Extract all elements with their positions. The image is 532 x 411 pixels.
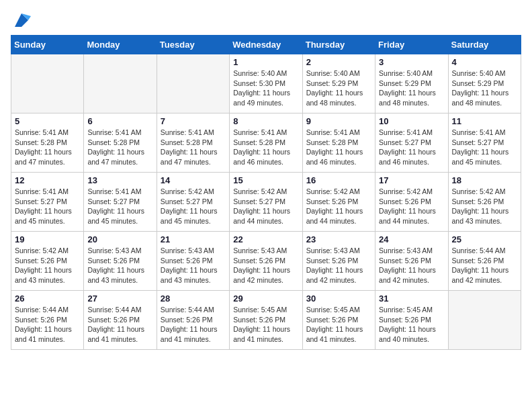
day-number: 10 [379, 116, 444, 126]
cell-info: Sunrise: 5:40 AMSunset: 5:29 PMDaylight:… [452, 68, 517, 108]
day-number: 24 [379, 234, 444, 244]
day-number: 23 [306, 234, 371, 244]
calendar-cell: 17Sunrise: 5:42 AMSunset: 5:26 PMDayligh… [375, 173, 448, 232]
calendar-cell: 3Sunrise: 5:40 AMSunset: 5:29 PMDaylight… [375, 54, 448, 113]
cell-info: Sunrise: 5:43 AMSunset: 5:26 PMDaylight:… [306, 246, 371, 285]
cell-info: Sunrise: 5:40 AMSunset: 5:29 PMDaylight:… [379, 68, 444, 108]
calendar-cell: 18Sunrise: 5:42 AMSunset: 5:26 PMDayligh… [448, 173, 521, 232]
calendar-cell: 26Sunrise: 5:44 AMSunset: 5:26 PMDayligh… [11, 291, 84, 350]
day-number: 17 [379, 175, 444, 185]
day-number: 1 [233, 57, 298, 67]
calendar-cell [157, 54, 229, 113]
calendar-cell [448, 291, 521, 350]
cell-info: Sunrise: 5:41 AMSunset: 5:28 PMDaylight:… [161, 128, 226, 167]
day-number: 21 [161, 234, 226, 244]
calendar-cell: 30Sunrise: 5:45 AMSunset: 5:26 PMDayligh… [302, 291, 375, 350]
day-number: 6 [87, 116, 152, 126]
cell-info: Sunrise: 5:44 AMSunset: 5:26 PMDaylight:… [87, 305, 152, 345]
calendar-cell: 16Sunrise: 5:42 AMSunset: 5:26 PMDayligh… [302, 173, 375, 232]
calendar-cell: 15Sunrise: 5:42 AMSunset: 5:27 PMDayligh… [230, 173, 302, 232]
calendar-cell: 12Sunrise: 5:41 AMSunset: 5:27 PMDayligh… [11, 173, 84, 232]
calendar-cell: 7Sunrise: 5:41 AMSunset: 5:28 PMDaylight… [157, 113, 229, 173]
day-number: 26 [15, 293, 80, 304]
page-header [11, 11, 521, 30]
calendar-week-row: 12Sunrise: 5:41 AMSunset: 5:27 PMDayligh… [11, 173, 521, 232]
day-number: 2 [306, 57, 371, 67]
cell-info: Sunrise: 5:41 AMSunset: 5:27 PMDaylight:… [87, 187, 152, 226]
cell-info: Sunrise: 5:43 AMSunset: 5:26 PMDaylight:… [233, 246, 298, 285]
day-header-monday: Monday [84, 36, 157, 54]
day-number: 13 [87, 175, 152, 185]
cell-info: Sunrise: 5:40 AMSunset: 5:29 PMDaylight:… [306, 68, 371, 108]
day-header-sunday: Sunday [11, 36, 84, 54]
calendar-week-row: 19Sunrise: 5:42 AMSunset: 5:26 PMDayligh… [11, 232, 521, 291]
calendar-cell [84, 54, 157, 113]
calendar-cell: 2Sunrise: 5:40 AMSunset: 5:29 PMDaylight… [302, 54, 375, 113]
cell-info: Sunrise: 5:43 AMSunset: 5:26 PMDaylight:… [379, 246, 444, 285]
day-header-wednesday: Wednesday [230, 36, 302, 54]
cell-info: Sunrise: 5:45 AMSunset: 5:26 PMDaylight:… [379, 305, 444, 345]
day-number: 22 [233, 234, 298, 244]
cell-info: Sunrise: 5:42 AMSunset: 5:26 PMDaylight:… [15, 246, 80, 285]
day-number: 29 [233, 293, 298, 304]
calendar-cell: 21Sunrise: 5:43 AMSunset: 5:26 PMDayligh… [157, 232, 229, 291]
cell-info: Sunrise: 5:41 AMSunset: 5:27 PMDaylight:… [379, 128, 444, 167]
calendar-cell: 28Sunrise: 5:44 AMSunset: 5:26 PMDayligh… [157, 291, 229, 350]
day-number: 30 [306, 293, 371, 304]
cell-info: Sunrise: 5:41 AMSunset: 5:28 PMDaylight:… [233, 128, 298, 167]
day-number: 27 [87, 293, 152, 304]
cell-info: Sunrise: 5:41 AMSunset: 5:28 PMDaylight:… [15, 128, 80, 167]
day-number: 28 [161, 293, 226, 304]
calendar-cell: 22Sunrise: 5:43 AMSunset: 5:26 PMDayligh… [230, 232, 302, 291]
cell-info: Sunrise: 5:44 AMSunset: 5:26 PMDaylight:… [15, 305, 80, 345]
day-number: 4 [452, 57, 517, 67]
calendar-header-row: SundayMondayTuesdayWednesdayThursdayFrid… [11, 36, 521, 54]
calendar-cell: 20Sunrise: 5:43 AMSunset: 5:26 PMDayligh… [84, 232, 157, 291]
calendar-cell: 14Sunrise: 5:42 AMSunset: 5:27 PMDayligh… [157, 173, 229, 232]
cell-info: Sunrise: 5:41 AMSunset: 5:27 PMDaylight:… [15, 187, 80, 226]
day-header-saturday: Saturday [448, 36, 521, 54]
calendar-cell: 31Sunrise: 5:45 AMSunset: 5:26 PMDayligh… [375, 291, 448, 350]
calendar-cell: 9Sunrise: 5:41 AMSunset: 5:28 PMDaylight… [302, 113, 375, 173]
day-number: 19 [15, 234, 80, 244]
calendar-cell [11, 54, 84, 113]
day-number: 20 [87, 234, 152, 244]
logo [11, 11, 31, 30]
day-number: 18 [452, 175, 517, 185]
calendar-cell: 5Sunrise: 5:41 AMSunset: 5:28 PMDaylight… [11, 113, 84, 173]
calendar-cell: 4Sunrise: 5:40 AMSunset: 5:29 PMDaylight… [448, 54, 521, 113]
cell-info: Sunrise: 5:42 AMSunset: 5:26 PMDaylight:… [452, 187, 517, 226]
calendar-cell: 24Sunrise: 5:43 AMSunset: 5:26 PMDayligh… [375, 232, 448, 291]
cell-info: Sunrise: 5:44 AMSunset: 5:26 PMDaylight:… [452, 246, 517, 285]
day-number: 3 [379, 57, 444, 67]
cell-info: Sunrise: 5:45 AMSunset: 5:26 PMDaylight:… [233, 305, 298, 345]
calendar-cell: 1Sunrise: 5:40 AMSunset: 5:30 PMDaylight… [230, 54, 302, 113]
calendar-week-row: 26Sunrise: 5:44 AMSunset: 5:26 PMDayligh… [11, 291, 521, 350]
logo-icon [12, 11, 31, 30]
calendar-week-row: 5Sunrise: 5:41 AMSunset: 5:28 PMDaylight… [11, 113, 521, 173]
day-number: 16 [306, 175, 371, 185]
cell-info: Sunrise: 5:40 AMSunset: 5:30 PMDaylight:… [233, 68, 298, 108]
calendar-cell: 29Sunrise: 5:45 AMSunset: 5:26 PMDayligh… [230, 291, 302, 350]
day-number: 8 [233, 116, 298, 126]
calendar-week-row: 1Sunrise: 5:40 AMSunset: 5:30 PMDaylight… [11, 54, 521, 113]
day-header-friday: Friday [375, 36, 448, 54]
day-number: 5 [15, 116, 80, 126]
cell-info: Sunrise: 5:41 AMSunset: 5:28 PMDaylight:… [87, 128, 152, 167]
calendar-cell: 25Sunrise: 5:44 AMSunset: 5:26 PMDayligh… [448, 232, 521, 291]
cell-info: Sunrise: 5:43 AMSunset: 5:26 PMDaylight:… [161, 246, 226, 285]
day-number: 12 [15, 175, 80, 185]
day-header-tuesday: Tuesday [157, 36, 229, 54]
cell-info: Sunrise: 5:42 AMSunset: 5:26 PMDaylight:… [379, 187, 444, 226]
cell-info: Sunrise: 5:41 AMSunset: 5:27 PMDaylight:… [452, 128, 517, 167]
cell-info: Sunrise: 5:42 AMSunset: 5:27 PMDaylight:… [161, 187, 226, 226]
cell-info: Sunrise: 5:42 AMSunset: 5:27 PMDaylight:… [233, 187, 298, 226]
cell-info: Sunrise: 5:45 AMSunset: 5:26 PMDaylight:… [306, 305, 371, 345]
calendar-cell: 10Sunrise: 5:41 AMSunset: 5:27 PMDayligh… [375, 113, 448, 173]
cell-info: Sunrise: 5:43 AMSunset: 5:26 PMDaylight:… [87, 246, 152, 285]
cell-info: Sunrise: 5:42 AMSunset: 5:26 PMDaylight:… [306, 187, 371, 226]
day-number: 31 [379, 293, 444, 304]
cell-info: Sunrise: 5:41 AMSunset: 5:28 PMDaylight:… [306, 128, 371, 167]
day-number: 25 [452, 234, 517, 244]
day-number: 11 [452, 116, 517, 126]
